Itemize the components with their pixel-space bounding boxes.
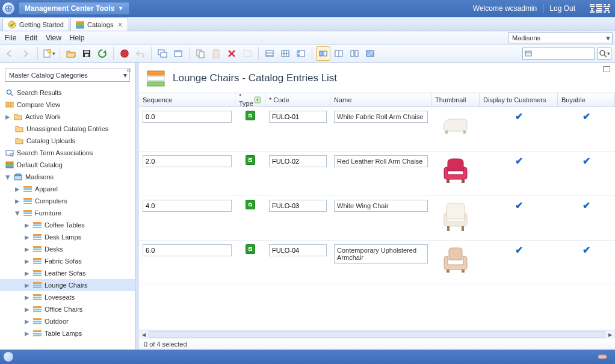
tree-lounge-chairs[interactable]: ▸Lounge Chairs [0, 279, 135, 291]
menu-edit[interactable]: Edit [25, 34, 37, 42]
delete-button[interactable] [224, 46, 239, 61]
scroll-right-icon[interactable]: ▸ [605, 330, 615, 339]
col-code[interactable]: * Code [265, 93, 330, 106]
code-input[interactable] [269, 244, 327, 256]
expand-icon[interactable]: ▸ [24, 294, 30, 300]
tree-loveseats[interactable]: ▸Loveseats [0, 291, 135, 303]
code-input[interactable] [269, 155, 327, 167]
tree-madisons[interactable]: ▾Madisons [0, 171, 135, 183]
tree-table-lamps[interactable]: ▸Table Lamps [0, 327, 135, 339]
display-checkbox[interactable]: ✔ [515, 111, 523, 122]
layout-1-button[interactable] [316, 46, 330, 61]
name-input[interactable]: White Fabric Roll Arm Chaise [334, 111, 428, 123]
col-type[interactable]: * Type [235, 93, 265, 106]
code-input[interactable] [269, 111, 327, 123]
open-button[interactable] [64, 46, 78, 61]
expand-icon[interactable]: ▸ [24, 222, 30, 228]
col-sequence[interactable]: Sequence [139, 93, 235, 106]
tree-leather-sofas[interactable]: ▸Leather Sofas [0, 267, 135, 279]
tree-search-results[interactable]: Search Results [0, 87, 135, 99]
new-button[interactable]: ▾ [42, 46, 56, 61]
forward-button[interactable] [19, 46, 34, 61]
col-thumbnail[interactable]: Thumbnail [431, 93, 480, 106]
col-name[interactable]: Name [330, 93, 431, 106]
expand-icon[interactable]: ▸ [24, 282, 30, 288]
search-input[interactable] [522, 48, 595, 60]
maximize-icon[interactable] [603, 66, 610, 72]
tree-search-term[interactable]: Search Term Associations [0, 147, 135, 159]
grid-view-1-button[interactable] [262, 46, 277, 61]
tree-computers[interactable]: ▸Computers [0, 195, 135, 207]
horizontal-scrollbar[interactable]: ◂ ▸ [139, 330, 615, 339]
expand-icon[interactable]: ▸ [5, 114, 11, 120]
expand-icon[interactable]: ▸ [24, 258, 30, 264]
expand-icon[interactable]: ▸ [24, 234, 30, 240]
display-checkbox[interactable]: ✔ [515, 155, 523, 167]
tab-getting-started[interactable]: Getting Started [2, 17, 69, 31]
store-select[interactable]: Madisons ▾ [508, 32, 613, 43]
sequence-input[interactable] [143, 200, 232, 212]
tree-office-chairs[interactable]: ▸Office Chairs [0, 303, 135, 315]
sequence-input[interactable] [143, 111, 232, 123]
name-input[interactable]: Red Leather Roll Arm Chaise [334, 155, 428, 167]
expand-icon[interactable]: ▸ [14, 186, 20, 192]
layout-4-button[interactable] [363, 46, 377, 61]
tree-catalog-uploads[interactable]: Catalog Uploads [0, 135, 135, 147]
sequence-input[interactable] [143, 155, 232, 167]
tree-desk-lamps[interactable]: ▸Desk Lamps [0, 231, 135, 243]
expand-icon[interactable]: ▸ [14, 198, 20, 204]
refresh-button[interactable] [95, 46, 110, 61]
layout-2-button[interactable] [332, 46, 346, 61]
back-button[interactable] [4, 46, 18, 61]
expand-icon[interactable]: ▸ [24, 318, 30, 324]
table-row[interactable]: White Fabric Roll Arm Chaise✔✔ [139, 107, 615, 152]
master-catalog-dropdown[interactable]: Master Catalog Categories ▾ [5, 69, 130, 82]
tree-furniture[interactable]: ▾Furniture [0, 207, 135, 219]
undo-button[interactable] [133, 46, 147, 61]
stop-button[interactable] [117, 46, 132, 61]
menu-file[interactable]: File [5, 34, 16, 42]
menu-help[interactable]: Help [70, 34, 85, 42]
scroll-track[interactable] [149, 331, 605, 338]
tree-desks[interactable]: ▸Desks [0, 243, 135, 255]
collapse-icon[interactable]: ▾ [5, 174, 11, 180]
select-all-button[interactable] [240, 46, 255, 61]
display-checkbox[interactable]: ✔ [515, 200, 523, 211]
tab-catalogs[interactable]: Catalogs × [70, 17, 128, 31]
expand-icon[interactable]: ▸ [24, 330, 30, 336]
tree-default-catalog[interactable]: Default Catalog [0, 159, 135, 171]
logout-link[interactable]: Log Out [549, 4, 575, 13]
table-row[interactable]: Red Leather Roll Arm Chaise✔✔ [139, 152, 615, 196]
tree-unassigned[interactable]: Unassigned Catalog Entries [0, 123, 135, 135]
tree-outdoor[interactable]: ▸Outdoor [0, 315, 135, 327]
layout-3-button[interactable] [347, 46, 362, 61]
close-tab-icon[interactable]: × [117, 20, 122, 29]
tree-fabric-sofas[interactable]: ▸Fabric Sofas [0, 255, 135, 267]
management-tools-button[interactable]: Management Center Tools ▼ [18, 2, 130, 15]
table-row[interactable]: Contemporary Upholstered Armchair✔✔ [139, 241, 615, 285]
grid-view-3-button[interactable] [294, 46, 308, 61]
copy-button[interactable] [193, 46, 208, 61]
search-go-button[interactable]: ▾ [597, 48, 611, 60]
scroll-left-icon[interactable]: ◂ [139, 330, 149, 339]
window-button[interactable] [171, 46, 185, 61]
paste-button[interactable] [209, 46, 223, 61]
tree-apparel[interactable]: ▸Apparel [0, 183, 135, 195]
expand-icon[interactable]: ▸ [24, 306, 30, 312]
tree-coffee-tables[interactable]: ▸Coffee Tables [0, 219, 135, 231]
tree-compare-view[interactable]: Compare View [0, 99, 135, 111]
buyable-checkbox[interactable]: ✔ [583, 200, 590, 211]
expand-icon[interactable]: ▸ [24, 246, 30, 252]
window-switch-button[interactable] [155, 46, 170, 61]
grid-view-2-button[interactable] [278, 46, 292, 61]
collapse-navigator-icon[interactable]: « [126, 65, 131, 75]
buyable-checkbox[interactable]: ✔ [583, 244, 590, 256]
status-expander-icon[interactable] [593, 353, 611, 360]
expand-icon[interactable]: ▸ [24, 270, 30, 276]
save-button[interactable] [79, 46, 94, 61]
code-input[interactable] [269, 200, 327, 212]
name-input[interactable]: Contemporary Upholstered Armchair [334, 244, 428, 264]
display-checkbox[interactable]: ✔ [515, 244, 523, 256]
sequence-input[interactable] [143, 244, 232, 256]
col-buyable[interactable]: Buyable [558, 93, 615, 106]
